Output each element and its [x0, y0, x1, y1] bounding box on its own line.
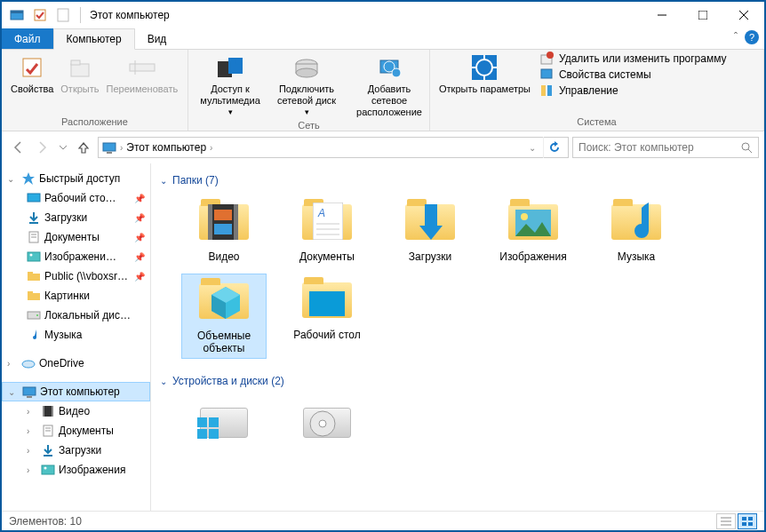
- view-icons-button[interactable]: [738, 513, 757, 529]
- svg-rect-2: [35, 10, 45, 20]
- tree-item-label: Public (\\vboxsr…: [44, 270, 128, 282]
- search-box[interactable]: Поиск: Этот компьютер: [572, 137, 759, 158]
- chevron-right-icon[interactable]: ›: [27, 407, 37, 417]
- tab-file[interactable]: Файл: [2, 28, 53, 49]
- svg-rect-32: [547, 85, 552, 96]
- pin-icon: 📌: [134, 194, 145, 203]
- view-details-button[interactable]: [716, 513, 736, 529]
- chevron-down-icon[interactable]: ⌄: [7, 174, 18, 184]
- svg-rect-33: [103, 143, 116, 151]
- drive-item[interactable]: [284, 396, 370, 449]
- svg-point-74: [521, 213, 528, 220]
- svg-point-81: [319, 420, 326, 427]
- recent-button[interactable]: [57, 137, 69, 158]
- ribbon-manage-button[interactable]: Управление: [539, 83, 727, 98]
- svg-rect-1: [11, 11, 23, 13]
- tree-quick-access[interactable]: ⌄ Быстрый доступ: [2, 169, 150, 188]
- tab-view[interactable]: Вид: [135, 28, 180, 49]
- folder-item[interactable]: Видео: [181, 195, 267, 266]
- refresh-button[interactable]: [543, 137, 564, 158]
- folder-item[interactable]: Рабочий стол: [284, 274, 370, 359]
- address-dropdown-icon[interactable]: ⌄: [529, 143, 536, 153]
- tree-thispc[interactable]: ⌄ Этот компьютер: [2, 382, 150, 401]
- ribbon-mapdrive-button[interactable]: Подключить сетевой диск ▾: [267, 52, 347, 120]
- pin-icon: 📌: [134, 252, 145, 262]
- tree-item-icon: [27, 289, 41, 303]
- tab-computer[interactable]: Компьютер: [53, 28, 135, 50]
- chevron-down-icon[interactable]: ⌄: [160, 377, 167, 386]
- back-button[interactable]: [7, 137, 28, 158]
- folder-icon: [402, 199, 459, 245]
- breadcrumb-thispc[interactable]: Этот компьютер: [126, 141, 206, 154]
- tree-onedrive[interactable]: › OneDrive: [2, 353, 150, 373]
- ribbon-properties-button[interactable]: Свойства: [7, 52, 57, 97]
- maximize-button[interactable]: [682, 2, 723, 28]
- tree-item[interactable]: Локальный дис…: [2, 306, 150, 325]
- chevron-right-icon[interactable]: ›: [27, 426, 37, 436]
- tree-item[interactable]: ›Видео: [2, 401, 150, 421]
- chevron-right-icon[interactable]: ›: [120, 143, 123, 153]
- tree-item[interactable]: Рабочий сто…📌: [2, 188, 150, 208]
- tree-item[interactable]: Public (\\vboxsr…📌: [2, 266, 150, 286]
- ribbon-rename-button: Переименовать: [103, 52, 182, 97]
- folder-item[interactable]: AДокументы: [284, 195, 370, 266]
- svg-rect-85: [742, 517, 746, 520]
- qat-new-icon[interactable]: [53, 5, 73, 25]
- ribbon-addlocation-button[interactable]: Добавить сетевое расположение: [347, 52, 432, 120]
- svg-rect-77: [209, 417, 219, 427]
- forward-button[interactable]: [32, 137, 53, 158]
- svg-rect-55: [52, 406, 53, 417]
- help-icon[interactable]: ?: [745, 30, 759, 44]
- up-button[interactable]: [73, 137, 94, 158]
- svg-point-50: [22, 361, 35, 368]
- folder-item[interactable]: Изображения: [491, 195, 576, 266]
- svg-rect-30: [541, 69, 552, 78]
- tree-item[interactable]: ›Загрузки: [2, 441, 150, 460]
- svg-rect-86: [748, 517, 753, 520]
- chevron-right-icon[interactable]: ›: [7, 359, 18, 369]
- svg-rect-65: [214, 210, 232, 220]
- svg-line-36: [748, 149, 752, 153]
- address-bar[interactable]: › Этот компьютер › ⌄: [98, 137, 569, 158]
- folder-item[interactable]: Загрузки: [387, 195, 473, 266]
- window-title: Этот компьютер: [90, 9, 170, 21]
- svg-point-43: [30, 254, 33, 257]
- tree-item[interactable]: Изображени…📌: [2, 247, 150, 266]
- section-drives-header[interactable]: ⌄ Устройства и диски (2): [160, 375, 755, 387]
- chevron-right-icon[interactable]: ›: [27, 465, 37, 475]
- chevron-down-icon[interactable]: ⌄: [160, 176, 167, 186]
- svg-rect-8: [23, 59, 41, 76]
- tree-item[interactable]: ›Изображения: [2, 460, 150, 480]
- tree-item[interactable]: ›Документы: [2, 421, 150, 441]
- ribbon-sysprops-button[interactable]: Свойства системы: [539, 67, 727, 82]
- ribbon-collapse-icon[interactable]: ˆ: [734, 31, 738, 44]
- chevron-right-icon[interactable]: ›: [27, 446, 37, 456]
- tree-item[interactable]: Музыка: [2, 325, 150, 345]
- qat-properties-icon[interactable]: [30, 5, 50, 25]
- tree-item-label: Документы: [59, 425, 114, 437]
- svg-text:A: A: [317, 207, 325, 219]
- ribbon-group-system-label: Система: [435, 116, 758, 129]
- svg-rect-34: [107, 152, 112, 154]
- tree-item[interactable]: Картинки: [2, 286, 150, 306]
- title-bar: Этот компьютер: [2, 2, 764, 28]
- tree-item-label: Локальный дис…: [44, 309, 131, 322]
- ribbon-media-button[interactable]: Доступ к мультимедиа ▾: [194, 52, 267, 120]
- folder-item[interactable]: Музыка: [594, 195, 679, 266]
- chevron-right-icon[interactable]: ›: [210, 143, 212, 153]
- folder-item[interactable]: Объемные объекты: [181, 274, 267, 359]
- close-button[interactable]: [723, 2, 764, 28]
- section-folders-header[interactable]: ⌄ Папки (7): [160, 174, 755, 187]
- tree-item[interactable]: Документы📌: [2, 227, 150, 247]
- system-menu-icon[interactable]: [7, 5, 27, 25]
- svg-rect-75: [309, 291, 345, 316]
- ribbon-uninstall-button[interactable]: Удалить или изменить программу: [539, 52, 727, 66]
- ribbon-openparams-button[interactable]: Открыть параметры: [435, 52, 534, 97]
- drive-item[interactable]: [181, 396, 267, 449]
- search-icon: [740, 141, 753, 154]
- folder-icon: [505, 199, 562, 245]
- minimize-button[interactable]: [642, 2, 682, 28]
- svg-rect-63: [208, 204, 212, 240]
- tree-item[interactable]: Загрузки📌: [2, 208, 150, 227]
- chevron-down-icon[interactable]: ⌄: [8, 387, 19, 397]
